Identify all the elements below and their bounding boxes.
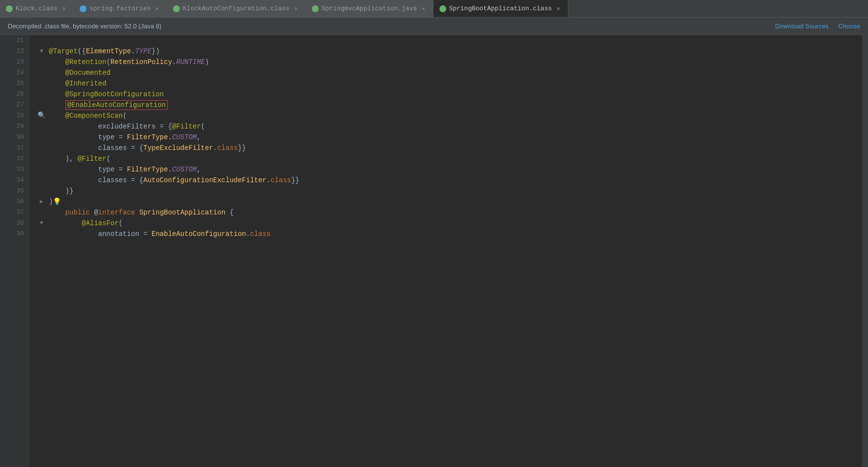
code-38-aliasfor: AliasFor: [86, 218, 119, 229]
line-num-30: 30: [0, 132, 29, 143]
code-22-type: TYPE: [135, 46, 152, 57]
tab-icon-springmvc-app: [312, 5, 319, 12]
code-31-end: }}: [238, 143, 246, 153]
code-25-at: @: [65, 78, 69, 89]
code-26-at: @: [65, 89, 69, 100]
code-26-indent: [49, 89, 65, 100]
code-line-31: classes = {TypeExcludeFilter.class}}: [34, 143, 868, 153]
code-line-29: excludeFilters = {@Filter(: [34, 121, 868, 132]
tab-springboot-app[interactable]: SpringBootApplication.class ✕: [434, 0, 568, 17]
tab-klock-class[interactable]: Klock.class ✕: [0, 0, 74, 17]
code-34-text1: classes = {: [49, 175, 143, 186]
line-num-36: 36: [0, 196, 29, 207]
line-num-25: 25: [0, 78, 29, 89]
code-34-end: }}: [291, 175, 300, 186]
code-27-at: @: [67, 101, 71, 109]
tab-icon-spring-factories: [80, 5, 87, 12]
code-28-componentscan: ComponentScan: [69, 110, 123, 121]
line-num-34: 34: [0, 175, 29, 186]
code-30-comma: ,: [196, 132, 200, 143]
code-23-p1: (: [107, 57, 110, 67]
code-line-37: public @interface SpringBootApplication …: [34, 207, 868, 218]
code-37-space1: @: [90, 207, 98, 218]
code-39-enableautoconfig: EnableAutoConfiguration: [152, 229, 246, 239]
tab-label-springmvc-app: SpringmvcApplication.java: [322, 5, 417, 12]
code-22-p1: ({: [78, 46, 86, 57]
tab-springmvc-app[interactable]: SpringmvcApplication.java ✕: [306, 0, 434, 17]
gutter-36[interactable]: ▶: [34, 199, 49, 205]
code-22-p2: }): [152, 46, 160, 57]
tab-spring-factories[interactable]: spring.factories ✕: [74, 0, 167, 17]
code-23-at: @: [65, 57, 69, 67]
code-25-indent: [49, 78, 65, 89]
scrollbar[interactable]: [862, 35, 868, 467]
code-35-text: )}: [49, 186, 73, 196]
code-34-class: class: [271, 175, 291, 186]
code-23-dot: .: [172, 57, 176, 67]
code-37-interface: interface: [98, 207, 135, 218]
line-num-31: 31: [0, 143, 29, 153]
line-numbers: 21 22 23 24 25 26 27 28 29 30 31 32 33 3…: [0, 35, 29, 467]
line-num-33: 33: [0, 164, 29, 175]
code-text-21: [49, 35, 53, 46]
code-line-36: ▶ )💡: [34, 196, 868, 207]
code-28-indent: [49, 110, 65, 121]
tab-bar: Klock.class ✕ spring.factories ✕ KlockAu…: [0, 0, 868, 18]
line-num-29: 29: [0, 121, 29, 132]
tab-label-spring-factories: spring.factories: [89, 5, 151, 12]
code-22-elementtype: ElementType: [86, 46, 131, 57]
line-num-24: 24: [0, 67, 29, 78]
line-num-26: 26: [0, 89, 29, 100]
tab-label-klock-auto-config: KlockAutoConfiguration.class: [183, 5, 289, 12]
code-39-indent: annotation =: [49, 229, 152, 239]
fold-icon-22[interactable]: ▼: [39, 48, 44, 54]
code-27-enableautoconfig: EnableAutoConfiguration: [71, 101, 166, 109]
line-num-27: 27: [0, 100, 29, 110]
code-30-filtertype: FilterType: [127, 132, 168, 143]
search-icon-28[interactable]: 🔍: [38, 110, 45, 121]
code-line-34: classes = {AutoConfigurationExcludeFilte…: [34, 175, 868, 186]
code-line-25: @Inherited: [34, 78, 868, 89]
code-33-text1: type =: [49, 164, 127, 175]
code-editor[interactable]: ▼ @Target({ElementType.TYPE}) @Retention…: [29, 35, 868, 467]
line-num-23: 23: [0, 57, 29, 67]
code-34-autoconfig: AutoConfigurationExcludeFilter: [143, 175, 266, 186]
gutter-28[interactable]: 🔍: [34, 110, 49, 121]
line-num-38: 38: [0, 218, 29, 229]
line-num-21: 21: [0, 35, 29, 46]
tab-icon-klock-class: [6, 5, 13, 12]
gutter-22[interactable]: ▼: [34, 48, 49, 54]
download-sources-button[interactable]: Download Sources: [775, 22, 828, 30]
enable-auto-config-highlight: @EnableAutoConfiguration: [65, 100, 168, 110]
line-num-35: 35: [0, 186, 29, 196]
code-34-dot: .: [266, 175, 270, 186]
lightbulb-icon-36[interactable]: 💡: [53, 196, 61, 207]
code-24-indent: [49, 67, 65, 78]
tab-close-springmvc-app[interactable]: ✕: [420, 4, 427, 13]
tab-icon-klock-auto-config: [173, 5, 180, 12]
code-38-paren: (: [119, 218, 123, 229]
line-num-39: 39: [0, 229, 29, 239]
line-num-28: 28: [0, 110, 29, 121]
choose-button[interactable]: Choose: [838, 22, 860, 30]
code-29-paren: (: [201, 121, 205, 132]
fold-icon-38[interactable]: ▼: [39, 220, 44, 226]
tab-icon-springboot-app: [439, 5, 446, 12]
code-23-p2: ): [205, 57, 209, 67]
gutter-38[interactable]: ▼: [34, 220, 49, 226]
tab-close-klock-auto-config[interactable]: ✕: [292, 4, 300, 13]
code-29-text: excludeFilters = {: [49, 121, 172, 132]
tab-close-klock-class[interactable]: ✕: [61, 4, 68, 13]
code-22-dot: .: [131, 46, 135, 57]
tab-klock-auto-config[interactable]: KlockAutoConfiguration.class ✕: [167, 0, 306, 17]
tab-close-spring-factories[interactable]: ✕: [153, 4, 161, 13]
code-37-space2: [135, 207, 139, 218]
code-30-text1: type =: [49, 132, 127, 143]
code-line-33: type = FilterType.CUSTOM,: [34, 164, 868, 175]
code-36-paren: ): [49, 196, 53, 207]
code-line-38: ▼ @AliasFor(: [34, 218, 868, 229]
fold-close-icon-36[interactable]: ▶: [39, 199, 44, 205]
code-38-at: @: [82, 218, 86, 229]
code-30-custom: CUSTOM: [172, 132, 196, 143]
tab-close-springboot-app[interactable]: ✕: [555, 4, 562, 13]
